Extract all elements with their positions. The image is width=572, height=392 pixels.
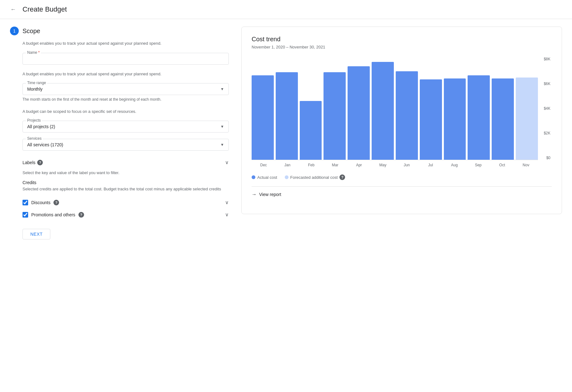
chart-bar-group: [252, 57, 274, 160]
actual-cost-label: Actual cost: [257, 175, 277, 180]
services-dropdown-arrow-icon: ▼: [220, 143, 224, 147]
projects-dropdown[interactable]: Projects All projects (2) ▼: [23, 121, 229, 133]
y-label: $0: [546, 156, 550, 160]
scope-description-1: A budget enables you to track your actua…: [23, 40, 229, 47]
chart-bar-group: [300, 57, 322, 160]
time-range-group: Time range Monthly ▼ The month starts on…: [23, 83, 229, 102]
chart-bar: [516, 78, 538, 160]
promotions-label: Promotions and others ?: [23, 212, 84, 218]
chart-bar-group: [276, 57, 298, 160]
chart-bars-container: [252, 57, 538, 160]
labels-label: Labels ?: [23, 160, 43, 165]
back-button[interactable]: ←: [8, 4, 19, 15]
x-label: Apr: [347, 163, 371, 167]
section-header: 1 Scope: [10, 27, 229, 35]
chart-bar-group: [492, 57, 514, 160]
services-group: Services All services (1720) ▼: [23, 139, 229, 151]
scope-description-2: A budget enables you to track your actua…: [23, 71, 229, 77]
left-panel: 1 Scope A budget enables you to track yo…: [10, 27, 229, 239]
chart-bar: [300, 101, 322, 160]
projects-label: Projects: [26, 118, 42, 123]
section-title: Scope: [23, 28, 40, 35]
credits-title: Credits: [23, 180, 229, 185]
time-range-value: Monthly: [27, 87, 43, 92]
chart-bar: [324, 72, 346, 160]
chart-bar-group: [516, 57, 538, 160]
chart-bar: [420, 79, 442, 160]
projects-group: Projects All projects (2) ▼: [23, 121, 229, 133]
forecast-cost-dot: [285, 175, 289, 179]
actual-cost-dot: [252, 175, 255, 179]
services-dropdown[interactable]: Services All services (1720) ▼: [23, 139, 229, 151]
name-input[interactable]: [27, 56, 224, 61]
chart-y-labels: $8K$6K$4K$2K$0: [539, 57, 552, 160]
promotions-help-icon[interactable]: ?: [78, 212, 84, 218]
forecast-cost-label: Forecasted additional cost: [290, 175, 338, 180]
page-title: Create Budget: [23, 5, 67, 13]
y-label: $8K: [544, 57, 550, 61]
time-range-hint: The month starts on the first of the mon…: [23, 97, 229, 102]
chart-bar: [492, 78, 514, 160]
discounts-chevron-icon: ∨: [225, 199, 229, 205]
chart-area: $8K$6K$4K$2K$0 DecJanFebMarAprMayJunJulA…: [252, 57, 552, 169]
labels-chevron-icon: ∨: [225, 159, 229, 165]
x-label: Mar: [323, 163, 347, 167]
y-label: $4K: [544, 106, 550, 111]
time-range-dropdown[interactable]: Time range Monthly ▼: [23, 83, 229, 95]
chart-x-labels: DecJanFebMarAprMayJunJulAugSepOctNov: [252, 161, 538, 169]
chart-bar-group: [420, 57, 442, 160]
x-label: Jul: [419, 163, 442, 167]
projects-value: All projects (2): [27, 124, 55, 129]
credits-desc: Selected credits are applied to the tota…: [23, 186, 229, 192]
chart-bar-group: [396, 57, 418, 160]
x-label: May: [371, 163, 395, 167]
promotions-checkbox[interactable]: [23, 212, 28, 218]
chart-title: Cost trend: [252, 36, 552, 43]
chart-divider: [252, 186, 552, 187]
promotions-chevron-icon: ∨: [225, 212, 229, 218]
chart-subtitle: November 1, 2020 – November 30, 2021: [252, 45, 552, 49]
right-panel: Cost trend November 1, 2020 – November 3…: [241, 27, 562, 214]
labels-desc: Select the key and value of the label yo…: [23, 170, 229, 175]
chart-bar: [348, 66, 370, 160]
x-label: Aug: [443, 163, 466, 167]
chart-bar: [252, 75, 274, 160]
next-button[interactable]: NEXT: [23, 229, 50, 239]
chart-legend: Actual cost Forecasted additional cost ?: [252, 174, 552, 180]
discounts-help-icon[interactable]: ?: [53, 200, 59, 205]
top-bar: ← Create Budget: [0, 0, 572, 19]
chart-bar-group: [372, 57, 394, 160]
step-badge: 1: [10, 27, 19, 35]
dropdown-arrow-icon: ▼: [220, 87, 224, 91]
main-content: 1 Scope A budget enables you to track yo…: [0, 19, 572, 247]
projects-dropdown-arrow-icon: ▼: [220, 124, 224, 129]
forecast-help-icon[interactable]: ?: [339, 174, 345, 180]
services-value: All services (1720): [27, 142, 63, 147]
name-field-wrapper: Name *: [23, 53, 229, 65]
chart-bar: [444, 78, 466, 160]
chart-bar: [276, 72, 298, 160]
back-arrow-icon: ←: [10, 6, 16, 13]
labels-help-icon[interactable]: ?: [37, 160, 43, 165]
x-label: Jun: [395, 163, 419, 167]
scope-resources-desc: A budget can be scoped to focus on a spe…: [23, 108, 229, 115]
legend-actual: Actual cost: [252, 175, 277, 180]
labels-row[interactable]: Labels ? ∨: [23, 157, 229, 168]
services-label: Services: [26, 136, 43, 141]
chart-bar-group: [348, 57, 370, 160]
x-label: Oct: [490, 163, 514, 167]
chart-bar-group: [324, 57, 346, 160]
credits-section: Credits Selected credits are applied to …: [23, 180, 229, 192]
chart-bar: [468, 75, 490, 160]
discounts-row: Discounts ? ∨: [23, 197, 229, 208]
x-label: Nov: [514, 163, 538, 167]
y-label: $6K: [544, 82, 550, 86]
view-report-label: View report: [259, 192, 281, 197]
view-report-link[interactable]: → View report: [252, 192, 552, 197]
chart-bar-group: [468, 57, 490, 160]
time-range-label: Time range: [26, 81, 47, 85]
required-star: *: [38, 50, 40, 55]
promotions-row: Promotions and others ? ∨: [23, 209, 229, 220]
legend-forecast: Forecasted additional cost ?: [285, 174, 345, 180]
discounts-checkbox[interactable]: [23, 200, 28, 205]
